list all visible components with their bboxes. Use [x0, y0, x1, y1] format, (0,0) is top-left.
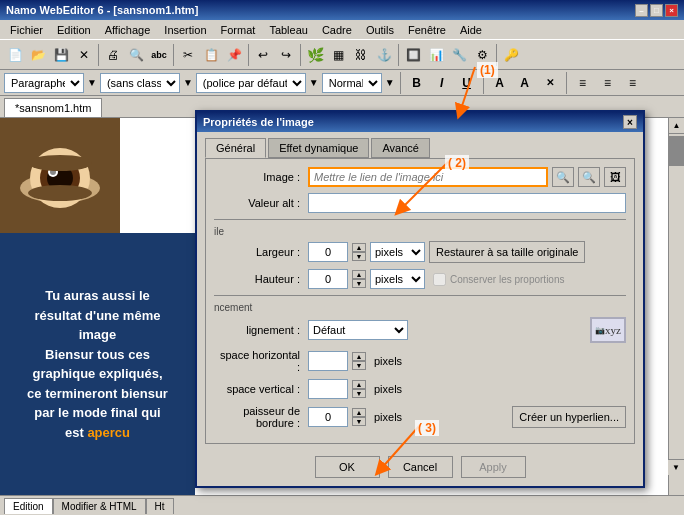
cancel-button[interactable]: Cancel — [388, 456, 453, 478]
xyz-button[interactable]: 📷xyz — [590, 317, 626, 343]
border-spinners: ▲ ▼ — [352, 408, 366, 426]
vspace-spinners: ▲ ▼ — [352, 380, 366, 398]
height-unit-select[interactable]: pixels % — [370, 269, 425, 289]
hspace-row: space horizontal : ▲ ▼ pixels — [214, 349, 626, 373]
modal-title-bar: Propriétés de l'image × — [197, 112, 643, 132]
layout-section-label: ncement — [214, 302, 626, 313]
modal-footer: OK Cancel Apply — [197, 450, 643, 486]
hyperlink-button[interactable]: Créer un hyperlien... — [512, 406, 626, 428]
border-spin-up[interactable]: ▲ — [352, 408, 366, 417]
hspace-label: space horizontal : — [214, 349, 304, 373]
divider-2 — [214, 295, 626, 296]
height-spin-up[interactable]: ▲ — [352, 270, 366, 279]
keep-ratio-checkbox[interactable] — [433, 273, 446, 286]
keep-ratio-row: Conserver les proportions — [433, 273, 565, 286]
align-select[interactable]: Défaut Gauche Droite Centre — [308, 320, 408, 340]
alt-label: Valeur alt : — [214, 197, 304, 209]
vspace-spin-down[interactable]: ▼ — [352, 389, 366, 398]
size-section-label: ile — [214, 226, 626, 237]
modal-content: Image : 🔍 🔍 🖼 Valeur alt : ile Largeur :… — [205, 158, 635, 444]
height-label: Hauteur : — [214, 273, 304, 285]
vspace-input[interactable] — [308, 379, 348, 399]
width-spin-down[interactable]: ▼ — [352, 252, 366, 261]
modal-tabs: Général Effet dynamique Avancé — [197, 132, 643, 158]
width-row: Largeur : ▲ ▼ pixels % Restaurer à sa ta… — [214, 241, 626, 263]
keep-ratio-label: Conserver les proportions — [450, 274, 565, 285]
modal-tab-avance[interactable]: Avancé — [371, 138, 430, 158]
modal-tab-general[interactable]: Général — [205, 138, 266, 158]
align-row: lignement : Défaut Gauche Droite Centre … — [214, 317, 626, 343]
vspace-row: space vertical : ▲ ▼ pixels — [214, 379, 626, 399]
apply-button[interactable]: Apply — [461, 456, 526, 478]
hspace-spin-up[interactable]: ▲ — [352, 352, 366, 361]
hspace-spinners: ▲ ▼ — [352, 352, 366, 370]
image-label: Image : — [214, 171, 304, 183]
browse-button-1[interactable]: 🔍 — [552, 167, 574, 187]
height-input[interactable] — [308, 269, 348, 289]
width-spin-up[interactable]: ▲ — [352, 243, 366, 252]
browse-button-3[interactable]: 🖼 — [604, 167, 626, 187]
restore-button[interactable]: Restaurer à sa taille originale — [429, 241, 585, 263]
image-input[interactable] — [308, 167, 548, 187]
browse-button-2[interactable]: 🔍 — [578, 167, 600, 187]
border-row: paisseur de bordure : ▲ ▼ pixels Créer u… — [214, 405, 626, 429]
hspace-input[interactable] — [308, 351, 348, 371]
divider-1 — [214, 219, 626, 220]
vspace-spin-up[interactable]: ▲ — [352, 380, 366, 389]
width-label: Largeur : — [214, 246, 304, 258]
modal-overlay: Propriétés de l'image × Général Effet dy… — [0, 0, 684, 515]
xyz-container: 📷xyz — [590, 317, 626, 343]
image-row: Image : 🔍 🔍 🖼 — [214, 167, 626, 187]
border-spin-down[interactable]: ▼ — [352, 417, 366, 426]
align-label: lignement : — [214, 324, 304, 336]
height-spinners: ▲ ▼ — [352, 270, 366, 288]
vspace-label: space vertical : — [214, 383, 304, 395]
modal-tab-effet[interactable]: Effet dynamique — [268, 138, 369, 158]
svg-line-9 — [460, 67, 475, 112]
height-spin-down[interactable]: ▼ — [352, 279, 366, 288]
ok-button[interactable]: OK — [315, 456, 380, 478]
border-input[interactable] — [308, 407, 348, 427]
modal-close-button[interactable]: × — [623, 115, 637, 129]
width-input[interactable] — [308, 242, 348, 262]
vspace-unit: pixels — [374, 383, 402, 395]
modal-title: Propriétés de l'image — [203, 116, 314, 128]
image-properties-dialog: Propriétés de l'image × Général Effet dy… — [195, 110, 645, 488]
annotation-1-label: (1) — [477, 62, 498, 78]
hspace-unit: pixels — [374, 355, 402, 367]
hspace-spin-down[interactable]: ▼ — [352, 361, 366, 370]
alt-row: Valeur alt : — [214, 193, 626, 213]
height-row: Hauteur : ▲ ▼ pixels % Conserver les pro… — [214, 269, 626, 289]
border-label: paisseur de bordure : — [214, 405, 304, 429]
border-unit: pixels — [374, 411, 402, 423]
alt-input[interactable] — [308, 193, 626, 213]
width-unit-select[interactable]: pixels % — [370, 242, 425, 262]
width-spinners: ▲ ▼ — [352, 243, 366, 261]
